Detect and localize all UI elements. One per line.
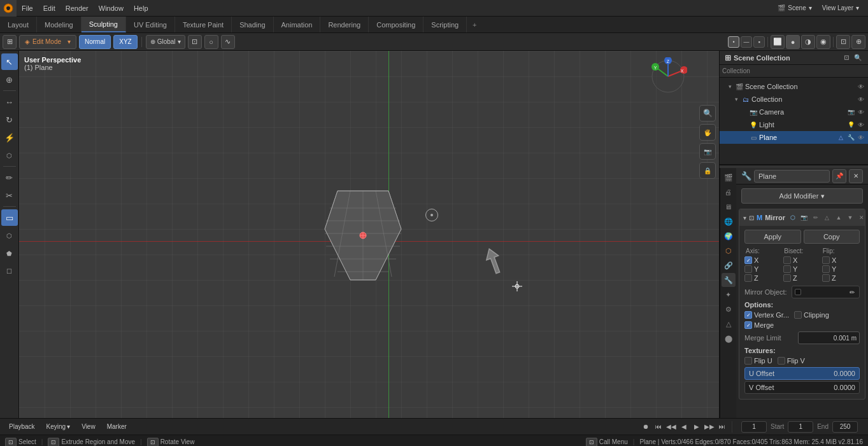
axis-z-checkbox[interactable] <box>744 274 752 282</box>
annotate-tool[interactable]: ✏ <box>1 169 18 186</box>
flip-y-checkbox[interactable] <box>822 265 830 273</box>
keying-btn[interactable]: Keying ▾ <box>43 421 75 433</box>
tab-rendering[interactable]: Rendering <box>320 17 369 32</box>
tab-animation[interactable]: Animation <box>274 17 321 32</box>
snapping-btn[interactable]: ⊡ <box>188 35 202 49</box>
merge-checkbox[interactable]: ✓ <box>744 321 752 329</box>
tab-sculpting[interactable]: Sculpting <box>82 17 126 32</box>
prev-keyframe-btn[interactable]: ◀◀ <box>665 421 677 433</box>
vertex-select-btn[interactable]: • <box>728 36 739 48</box>
tree-item-collection[interactable]: ▾ 🗂 Collection 👁 <box>720 93 868 106</box>
add-modifier-btn[interactable]: Add Modifier ▾ <box>741 188 863 204</box>
props-close-btn[interactable]: ✕ <box>849 169 863 183</box>
mirror-object-input[interactable]: ✏ <box>792 286 860 298</box>
props-particle-tab[interactable]: ✦ <box>722 288 736 302</box>
light-vis[interactable]: 👁 <box>857 120 865 129</box>
transform-tool[interactable]: ⬡ <box>1 147 18 164</box>
v-offset-row[interactable]: V Offset 0.0000 <box>744 381 860 394</box>
record-btn[interactable]: ⏺ <box>640 421 651 433</box>
playback-btn[interactable]: Playback <box>5 421 39 433</box>
scale-tool[interactable]: ⚡ <box>1 129 18 146</box>
flip-x-checkbox[interactable] <box>822 256 830 264</box>
current-frame-field[interactable]: 1 <box>741 421 767 433</box>
overlay-btn[interactable]: ⊡ <box>836 35 850 49</box>
3d-viewport[interactable]: User Perspective (1) Plane X Y Z <box>19 51 719 418</box>
expand-arrow[interactable]: ▾ <box>726 83 734 90</box>
mod-edit-btn[interactable]: ✏ <box>811 213 821 223</box>
props-world-tab[interactable]: 🌍 <box>722 229 736 243</box>
props-modifier-tab[interactable]: 🔧 <box>722 273 736 287</box>
pin-btn[interactable]: 📌 <box>832 169 846 183</box>
tab-texture-paint[interactable]: Texture Paint <box>175 17 232 32</box>
render-view-btn[interactable]: ◉ <box>816 35 830 49</box>
tab-compositing[interactable]: Compositing <box>369 17 423 32</box>
props-scene-tab[interactable]: 🌐 <box>722 214 736 228</box>
filter-icon[interactable]: ⊡ <box>841 53 851 63</box>
menu-help[interactable]: Help <box>129 0 153 16</box>
gizmo-btn[interactable]: ⊕ <box>851 35 865 49</box>
end-frame-field[interactable]: 250 <box>832 421 858 433</box>
last-frame-btn[interactable]: ⏭ <box>716 421 728 433</box>
mod-close-btn[interactable]: ✕ <box>857 213 867 223</box>
flip-v-checkbox[interactable] <box>778 357 785 365</box>
marker-btn[interactable]: Marker <box>103 421 131 433</box>
bevel-tool[interactable]: ⬟ <box>1 245 18 261</box>
camera-btn[interactable]: 📷 <box>699 143 716 160</box>
u-offset-row[interactable]: U Offset 0.0000 <box>744 367 860 380</box>
tree-item-camera[interactable]: 📷 Camera 📷 👁 <box>720 106 868 118</box>
tree-item-light[interactable]: 💡 Light 💡 👁 <box>720 118 868 131</box>
mirror-obj-picker-icon[interactable]: ✏ <box>848 288 857 296</box>
search-icon[interactable]: 🔍 <box>853 53 863 63</box>
props-output-tab[interactable]: 🖨 <box>722 185 736 199</box>
transform-normal-btn[interactable]: Normal <box>79 35 111 49</box>
visibility-eye[interactable]: 👁 <box>857 82 865 91</box>
merge-limit-input[interactable]: 0.001 m <box>798 331 860 344</box>
plane-vis[interactable]: 👁 <box>857 133 865 142</box>
mod-down-btn[interactable]: ▼ <box>845 213 855 223</box>
solid-view-btn[interactable]: ● <box>786 35 800 49</box>
orientation-gizmo[interactable]: X Y Z <box>649 57 687 95</box>
menu-window[interactable]: Window <box>94 0 129 16</box>
start-frame-field[interactable]: 1 <box>788 421 813 433</box>
axis-y-checkbox[interactable] <box>744 265 752 273</box>
lock-btn[interactable]: 🔒 <box>699 162 716 179</box>
timeline-view-btn[interactable]: View <box>78 421 99 433</box>
proportional-edit-btn[interactable]: ○ <box>204 35 218 49</box>
add-workspace-tab[interactable]: + <box>467 17 482 32</box>
loop-cut-tool[interactable]: ☐ <box>1 263 18 279</box>
props-view-tab[interactable]: 🖥 <box>722 200 736 214</box>
view-layer-selector[interactable]: View Layer ▾ <box>818 0 863 17</box>
bisect-z-checkbox[interactable] <box>783 274 791 282</box>
select-tool[interactable]: ↖ <box>1 53 18 70</box>
scene-collection-root[interactable]: ▾ 🎬 Scene Collection 👁 <box>720 80 868 93</box>
edge-select-btn[interactable]: — <box>741 36 752 48</box>
xray-toggle[interactable]: ⬜ <box>771 35 785 49</box>
menu-render[interactable]: Render <box>60 0 94 16</box>
face-select-btn[interactable]: ▪ <box>753 36 765 48</box>
props-render-tab[interactable]: 🎬 <box>722 171 736 185</box>
tab-uv-editing[interactable]: UV Editing <box>126 17 175 32</box>
prop-falloff-btn[interactable]: ∿ <box>221 35 235 49</box>
measure-tool[interactable]: ✂ <box>1 187 18 204</box>
axis-x-checkbox[interactable]: ✓ <box>744 256 752 264</box>
apply-btn[interactable]: Apply <box>744 230 801 244</box>
pivot-dropdown[interactable]: ⊕ Global ▾ <box>146 35 185 49</box>
rotate-tool[interactable]: ↻ <box>1 111 18 128</box>
inset-tool[interactable]: ⬡ <box>1 227 18 244</box>
first-frame-btn[interactable]: ⏮ <box>653 421 664 433</box>
tree-item-plane[interactable]: ▭ Plane △ 🔧 👁 <box>720 131 868 144</box>
camera-vis[interactable]: 👁 <box>857 108 865 116</box>
mode-select[interactable]: ◈ Edit Mode ▾ <box>19 35 76 49</box>
zoom-in-btn[interactable]: 🔍 <box>699 105 716 122</box>
tab-modeling[interactable]: Modeling <box>37 17 82 32</box>
modifier-header[interactable]: ▾ ⊡ M Mirror ⬡ 📷 ✏ △ ▲ ▼ ✕ <box>739 209 865 226</box>
mod-up-btn[interactable]: ▲ <box>834 213 844 223</box>
collection-vis[interactable]: 👁 <box>857 95 865 104</box>
props-physics-tab[interactable]: ⚙ <box>722 302 736 316</box>
next-frame-btn[interactable]: ▶▶ <box>704 421 715 433</box>
flip-u-checkbox[interactable] <box>744 357 752 365</box>
orientation-xyz-btn[interactable]: XYZ <box>113 35 137 49</box>
zoom-out-btn[interactable]: 🖐 <box>699 124 716 141</box>
bisect-x-checkbox[interactable] <box>783 256 791 264</box>
props-data-tab[interactable]: △ <box>722 317 736 331</box>
